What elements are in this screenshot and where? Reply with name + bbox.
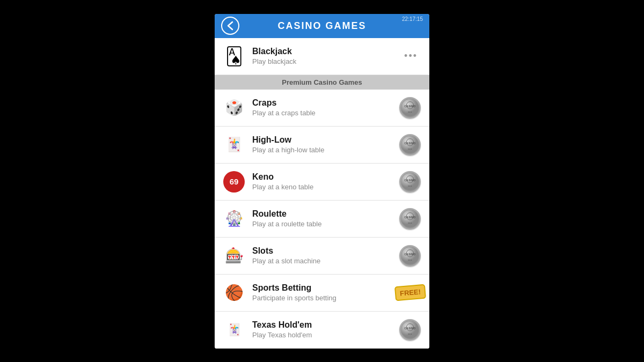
free-badge: FREE! bbox=[394, 284, 426, 301]
craps-text: Craps Play at a craps table bbox=[252, 98, 398, 117]
list-item-sports-betting[interactable]: 🏀 Sports Betting Participate in sports b… bbox=[215, 275, 429, 312]
casino-coin-icon: CASINO ●●● bbox=[399, 319, 421, 341]
list-item-keno[interactable]: 69 Keno Play at a keno table CASINO ● bbox=[215, 164, 429, 201]
keno-subtitle: Play at a keno table bbox=[252, 183, 398, 191]
craps-subtitle: Play at a craps table bbox=[252, 109, 398, 117]
list-item-craps[interactable]: 🎲 Craps Play at a craps table CASINO bbox=[215, 90, 429, 127]
texas-holdem-badge: CASINO ●●● bbox=[398, 318, 422, 342]
slots-title: Slots bbox=[252, 246, 398, 256]
list-item-blackjack[interactable]: 🂡 Blackjack Play blackjack ••• bbox=[215, 38, 429, 75]
svg-text:●●●: ●●● bbox=[408, 110, 412, 113]
keno-icon: 69 bbox=[222, 170, 246, 194]
page-title: CASINO GAMES bbox=[277, 20, 366, 32]
keno-text: Keno Play at a keno table bbox=[252, 172, 398, 191]
texas-holdem-text: Texas Hold'em Play Texas hold'em bbox=[252, 320, 398, 339]
craps-icon: 🎲 bbox=[222, 96, 246, 120]
svg-text:●●●: ●●● bbox=[408, 221, 412, 224]
sports-betting-icon: 🏀 bbox=[222, 281, 246, 305]
list-item-texas-holdem[interactable]: 🃏 Texas Hold'em Play Texas hold'em CASIN… bbox=[215, 312, 429, 349]
sports-betting-title: Sports Betting bbox=[252, 283, 398, 293]
keno-title: Keno bbox=[252, 172, 398, 182]
time-label: 22:17:15 bbox=[402, 16, 423, 22]
blackjack-title: Blackjack bbox=[252, 47, 400, 56]
svg-text:CASINO: CASINO bbox=[404, 105, 415, 108]
svg-text:CASINO: CASINO bbox=[404, 216, 415, 219]
svg-text:CASINO: CASINO bbox=[404, 253, 415, 256]
list-item-slots[interactable]: 🎰 Slots Play at a slot machine CASINO bbox=[215, 238, 429, 275]
casino-coin-icon: CASINO ●●● bbox=[399, 171, 421, 193]
premium-section-header: Premium Casino Games bbox=[215, 75, 429, 90]
blackjack-icon: 🂡 bbox=[222, 45, 246, 68]
slots-subtitle: Play at a slot machine bbox=[252, 257, 398, 265]
roulette-title: Roulette bbox=[252, 209, 398, 219]
app-container: 22:17:15 CASINO GAMES 🂡 Blackjack Play b… bbox=[215, 14, 429, 349]
blackjack-more-button[interactable]: ••• bbox=[400, 48, 422, 64]
svg-text:CASINO: CASINO bbox=[404, 142, 415, 145]
highlow-badge: CASINO ●●● bbox=[398, 133, 422, 157]
keno-badge: CASINO ●●● bbox=[398, 170, 422, 194]
roulette-icon: 🎡 bbox=[222, 207, 246, 231]
highlow-title: High-Low bbox=[252, 135, 398, 145]
slots-badge: CASINO ●●● bbox=[398, 244, 422, 268]
roulette-subtitle: Play at a roulette table bbox=[252, 220, 398, 228]
svg-text:CASINO: CASINO bbox=[404, 179, 415, 182]
blackjack-subtitle: Play blackjack bbox=[252, 57, 400, 65]
casino-coin-icon: CASINO ●●● bbox=[399, 245, 421, 267]
highlow-subtitle: Play at a high-low table bbox=[252, 146, 398, 154]
craps-title: Craps bbox=[252, 98, 398, 108]
slots-text: Slots Play at a slot machine bbox=[252, 246, 398, 265]
highlow-icon: 🃏 bbox=[222, 133, 246, 157]
slots-icon: 🎰 bbox=[222, 244, 246, 268]
sports-betting-subtitle: Participate in sports betting bbox=[252, 294, 398, 302]
header: 22:17:15 CASINO GAMES bbox=[215, 14, 429, 38]
sports-betting-badge: FREE! bbox=[398, 281, 422, 305]
svg-text:●●●: ●●● bbox=[408, 184, 412, 187]
craps-badge: CASINO ●●● bbox=[398, 96, 422, 120]
list-item-roulette[interactable]: 🎡 Roulette Play at a roulette table CASI… bbox=[215, 201, 429, 238]
highlow-text: High-Low Play at a high-low table bbox=[252, 135, 398, 154]
roulette-text: Roulette Play at a roulette table bbox=[252, 209, 398, 228]
casino-coin-icon: CASINO ●●● bbox=[399, 134, 421, 156]
list-item-highlow[interactable]: 🃏 High-Low Play at a high-low table CASI… bbox=[215, 127, 429, 164]
svg-text:●●●: ●●● bbox=[408, 258, 412, 261]
casino-coin-icon: CASINO ●●● bbox=[399, 97, 421, 119]
svg-text:●●●: ●●● bbox=[408, 147, 412, 150]
texas-holdem-subtitle: Play Texas hold'em bbox=[252, 331, 398, 339]
roulette-badge: CASINO ●●● bbox=[398, 207, 422, 231]
blackjack-text: Blackjack Play blackjack bbox=[252, 47, 400, 65]
texas-holdem-icon: 🃏 bbox=[222, 318, 246, 342]
svg-text:●●●: ●●● bbox=[408, 333, 412, 335]
sports-betting-text: Sports Betting Participate in sports bet… bbox=[252, 283, 398, 302]
back-button[interactable] bbox=[221, 17, 239, 35]
texas-holdem-title: Texas Hold'em bbox=[252, 320, 398, 330]
svg-text:CASINO: CASINO bbox=[404, 327, 415, 330]
casino-coin-icon: CASINO ●●● bbox=[399, 208, 421, 230]
